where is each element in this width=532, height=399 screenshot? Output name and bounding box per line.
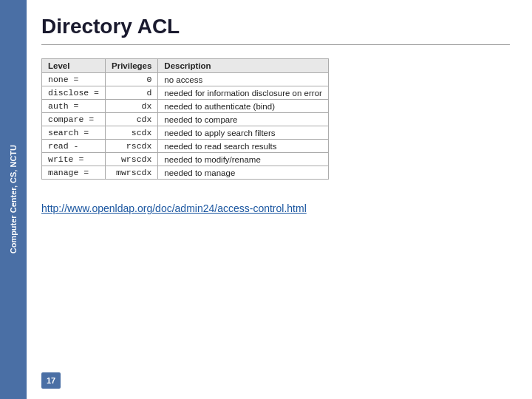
cell-description: needed to manage — [158, 166, 329, 180]
table-row: none =0no access — [42, 73, 329, 86]
cell-privileges: mwrscdx — [106, 166, 158, 180]
table-row: read -rscdxneeded to read search results — [42, 140, 329, 153]
table-row: write =wrscdxneeded to modify/rename — [42, 153, 329, 166]
reference-link[interactable]: http://www.openldap.org/doc/admin24/acce… — [41, 202, 307, 214]
page-number: 17 — [41, 372, 61, 389]
col-level: Level — [42, 59, 106, 73]
cell-privileges: 0 — [106, 73, 158, 86]
cell-level: manage = — [42, 166, 106, 180]
page-title: Directory ACL — [41, 15, 510, 38]
sidebar: Computer Center, CS, NCTU — [0, 0, 27, 399]
col-privileges: Privileges — [106, 59, 158, 73]
cell-level: disclose = — [42, 86, 106, 100]
cell-description: needed to read search results — [158, 140, 329, 153]
cell-description: needed to modify/rename — [158, 153, 329, 166]
acl-table-container: Level Privileges Description none =0no a… — [41, 58, 510, 180]
table-row: manage =mwrscdxneeded to manage — [42, 166, 329, 180]
table-row: disclose =dneeded for information disclo… — [42, 86, 329, 100]
cell-description: needed for information disclosure on err… — [158, 86, 329, 100]
cell-level: compare = — [42, 113, 106, 126]
link-row: http://www.openldap.org/doc/admin24/acce… — [41, 202, 510, 215]
table-header-row: Level Privileges Description — [42, 59, 329, 73]
cell-level: auth = — [42, 100, 106, 113]
cell-description: no access — [158, 73, 329, 86]
cell-privileges: scdx — [106, 126, 158, 140]
cell-description: needed to apply search filters — [158, 126, 329, 140]
main-content: Directory ACL Level Privileges Descripti… — [27, 0, 532, 399]
acl-table: Level Privileges Description none =0no a… — [41, 58, 329, 180]
cell-level: write = — [42, 153, 106, 166]
cell-privileges: rscdx — [106, 140, 158, 153]
table-row: auth =dxneeded to authenticate (bind) — [42, 100, 329, 113]
cell-level: none = — [42, 73, 106, 86]
cell-privileges: d — [106, 86, 158, 100]
title-divider — [41, 44, 510, 45]
cell-privileges: wrscdx — [106, 153, 158, 166]
cell-privileges: dx — [106, 100, 158, 113]
table-row: compare =cdxneeded to compare — [42, 113, 329, 126]
cell-level: read - — [42, 140, 106, 153]
col-description: Description — [158, 59, 329, 73]
cell-description: needed to compare — [158, 113, 329, 126]
cell-privileges: cdx — [106, 113, 158, 126]
table-row: search =scdxneeded to apply search filte… — [42, 126, 329, 140]
cell-description: needed to authenticate (bind) — [158, 100, 329, 113]
sidebar-label: Computer Center, CS, NCTU — [8, 145, 18, 253]
cell-level: search = — [42, 126, 106, 140]
